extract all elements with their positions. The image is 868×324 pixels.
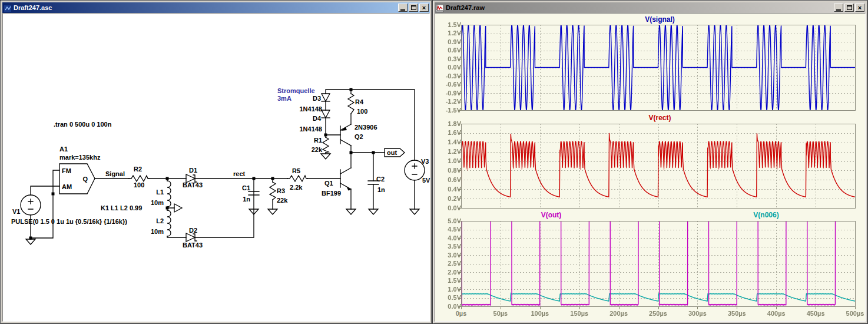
- x-tick-label: 450µs: [798, 310, 833, 317]
- x-tick-mark: [737, 307, 737, 309]
- label-pin-q: Q: [82, 176, 88, 183]
- diode-d3[interactable]: [322, 94, 330, 101]
- label-r1-value: 22k: [312, 146, 323, 153]
- signal-plot-canvas[interactable]: [461, 25, 856, 111]
- x-tick-label: 0µs: [443, 310, 479, 317]
- x-tick-mark: [658, 307, 659, 309]
- y-tick-label: 0.6V: [435, 176, 461, 183]
- label-v3-value: 5V: [422, 177, 430, 184]
- y-tick-label: 3.0V: [435, 252, 461, 259]
- transistor-q1[interactable]: [340, 168, 351, 191]
- waveform-titlebar[interactable]: Draft247.raw ×: [435, 2, 866, 13]
- label-q2-name: Q2: [355, 133, 363, 140]
- y-tick-mark: [458, 281, 461, 282]
- label-d4-value: 1N4148: [299, 125, 322, 133]
- close-button[interactable]: ×: [855, 4, 864, 12]
- label-a1-name: A1: [59, 146, 68, 153]
- minimize-button[interactable]: [834, 4, 843, 12]
- inductor-l2[interactable]: [167, 210, 171, 236]
- y-tick-mark: [458, 298, 461, 299]
- label-l2-name: L2: [156, 217, 164, 224]
- label-d3-value: 1N4148: [299, 105, 322, 113]
- trace-label-vn006[interactable]: V(n006): [719, 211, 813, 219]
- x-tick-mark: [461, 307, 462, 309]
- resistor-r2[interactable]: [129, 176, 149, 181]
- label-net-rect: rect: [233, 170, 246, 177]
- schematic-titlebar[interactable]: Draft247.asc ×: [2, 2, 430, 13]
- y-tick-label: 1.2V: [435, 29, 461, 37]
- y-tick-mark: [458, 85, 461, 85]
- x-tick-label: 400µs: [758, 310, 794, 317]
- rect-plot-canvas[interactable]: [461, 124, 856, 209]
- y-tick-mark: [458, 25, 461, 25]
- label-q2-value: 2N3906: [355, 124, 377, 131]
- x-tick-mark: [619, 307, 619, 309]
- y-tick-mark: [458, 255, 461, 256]
- y-tick-label: 0.0V: [435, 303, 461, 310]
- trace-label-vsignal[interactable]: V(signal): [463, 15, 857, 24]
- transistor-q2[interactable]: [340, 124, 351, 146]
- close-icon: ×: [422, 5, 426, 11]
- inductor-l1[interactable]: [167, 181, 171, 207]
- y-tick-mark: [458, 51, 461, 51]
- y-tick-mark: [458, 230, 461, 230]
- trace-label-vout[interactable]: V(out): [504, 211, 598, 219]
- y-tick-mark: [458, 124, 461, 124]
- y-tick-mark: [458, 199, 461, 199]
- y-tick-mark: [458, 289, 461, 290]
- minimize-button[interactable]: [398, 4, 408, 12]
- y-tick-label: 2.0V: [435, 269, 461, 276]
- window-title: Draft247.raw: [446, 4, 834, 11]
- y-tick-label: 0.0V: [435, 204, 461, 211]
- minimize-icon: [836, 9, 841, 11]
- label-r4-value: 100: [357, 108, 367, 115]
- y-tick-mark: [458, 221, 461, 221]
- ltspice-desktop: Draft247.asc ×: [0, 0, 868, 324]
- label-r5-value: 2.2k: [290, 184, 303, 191]
- y-tick-label: -0.9V: [435, 90, 461, 97]
- x-tick-label: 200µs: [601, 310, 637, 317]
- y-tick-label: 1.8V: [435, 120, 461, 127]
- label-comment-stromquelle: Stromquelle: [277, 87, 315, 94]
- y-tick-label: 1.0V: [435, 157, 461, 164]
- y-tick-label: 0.0V: [435, 64, 461, 71]
- label-coupling-k1: K1 L1 L2 0.99: [101, 204, 142, 211]
- y-tick-label: 1.0V: [435, 286, 461, 293]
- y-tick-label: 1.6V: [435, 129, 461, 136]
- schematic-canvas[interactable]: .tran 0 500u 0 100n A1 mark=135khz FM AM…: [2, 13, 430, 322]
- y-tick-mark: [458, 180, 461, 180]
- trace-label-vrect[interactable]: V(rect): [463, 114, 857, 122]
- maximize-button[interactable]: [409, 4, 418, 12]
- maximize-button[interactable]: [844, 4, 854, 12]
- label-c1-name: C1: [242, 184, 250, 191]
- label-c1-value: 1n: [243, 196, 250, 203]
- y-tick-label: 0.4V: [435, 186, 461, 193]
- voltage-source-v1[interactable]: [21, 195, 41, 215]
- window-title: Draft247.asc: [14, 4, 398, 11]
- plot-area: V(signal) V(rect) V(out) V(n006) 1.5V1.2…: [435, 13, 866, 322]
- y-tick-label: 4.5V: [435, 226, 461, 233]
- waveform-doc-icon: [436, 4, 444, 12]
- resistor-r4[interactable]: [348, 94, 354, 114]
- y-tick-mark: [458, 161, 461, 162]
- close-icon: ×: [858, 5, 862, 11]
- y-tick-mark: [458, 152, 461, 153]
- label-d4-name: D4: [313, 115, 322, 122]
- resistor-r1[interactable]: [323, 137, 329, 153]
- y-tick-label: -0.3V: [435, 72, 461, 80]
- diode-d4[interactable]: [322, 110, 330, 118]
- label-r5-name: R5: [292, 167, 300, 174]
- x-tick-mark: [855, 307, 856, 309]
- resistor-r5[interactable]: [287, 176, 307, 181]
- label-d2-value: BAT43: [183, 242, 203, 249]
- out-plot-canvas[interactable]: [461, 221, 856, 307]
- resistor-r3[interactable]: [270, 182, 276, 200]
- y-tick-label: 4.0V: [435, 234, 461, 242]
- y-tick-mark: [458, 143, 461, 143]
- close-button[interactable]: ×: [419, 4, 429, 12]
- diode-d2[interactable]: [186, 233, 197, 242]
- label-q1-value: BF199: [322, 190, 341, 197]
- label-l1-value: 10m: [151, 199, 164, 206]
- label-r1-name: R1: [314, 137, 322, 144]
- y-tick-label: 1.5V: [435, 277, 461, 284]
